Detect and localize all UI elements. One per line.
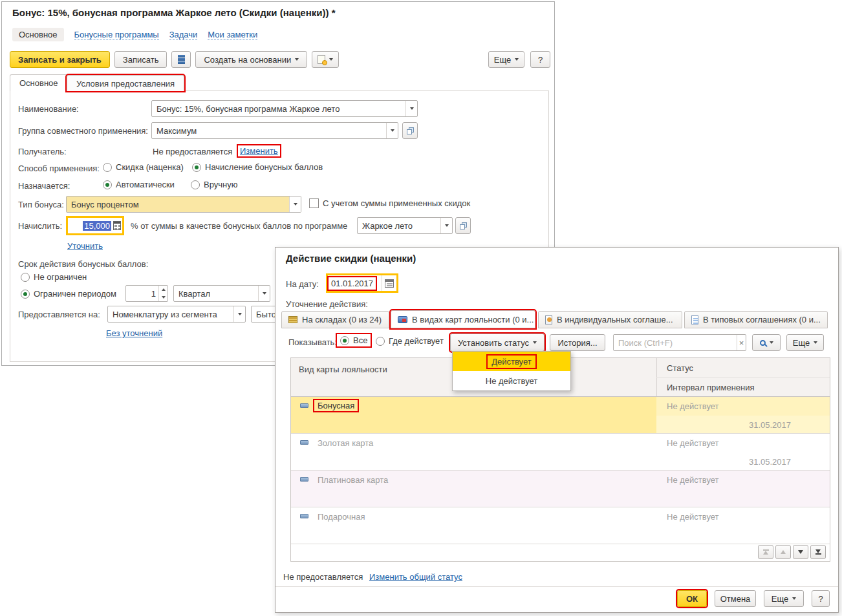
show-label: Показывать: <box>288 337 337 347</box>
window-title: Бонус: 15%, бонусная программа Жаркое ле… <box>12 7 336 18</box>
menu-item-active-label: Действует <box>488 356 535 368</box>
move-first-button[interactable] <box>758 545 773 559</box>
column-header-status[interactable]: Статус <box>667 363 693 373</box>
warehouse-icon <box>288 316 297 323</box>
assign-option-auto[interactable]: Автоматически <box>103 180 175 189</box>
print-schedule-button[interactable] <box>312 51 339 68</box>
search-input[interactable] <box>614 335 737 350</box>
row-name[interactable]: Подарочная <box>318 512 365 522</box>
program-dropdown-button[interactable] <box>440 218 452 233</box>
set-status-label: Установить статус <box>458 338 529 348</box>
period-stepper[interactable]: 1 <box>125 285 168 302</box>
assign-option-manual-label: Вручную <box>204 180 237 189</box>
group-dropdown-button[interactable] <box>386 123 398 138</box>
change-overall-status-link[interactable]: Изменить общий статус <box>369 572 462 582</box>
method-label: Способ применения: <box>18 164 100 173</box>
set-status-button[interactable]: Установить статус <box>450 334 545 352</box>
calculator-icon[interactable] <box>113 221 121 230</box>
period-unit-value: Квартал <box>174 286 258 301</box>
radio-icon <box>21 290 30 299</box>
program-open-button[interactable] <box>455 217 471 234</box>
tab-loyalty-cards-label: В видах карт лояльности (0 и... <box>412 315 534 324</box>
chevron-down-icon <box>814 341 817 344</box>
discount-sum-checkbox[interactable]: С учетом суммы примененных скидок <box>309 198 470 208</box>
bonus-type-input[interactable]: Бонус процентом <box>66 196 301 213</box>
no-clarifications-link[interactable]: Без уточнений <box>106 328 162 338</box>
tab-warehouses[interactable]: На складах (0 из 24) <box>281 311 389 328</box>
assign-option-manual[interactable]: Вручную <box>191 180 237 189</box>
search-settings-button[interactable] <box>752 334 781 351</box>
show-option-all[interactable]: Все <box>337 334 371 346</box>
dialog-more-button[interactable]: Еще <box>764 590 804 607</box>
move-up-button[interactable] <box>775 545 791 559</box>
save-close-button[interactable]: Записать и закрыть <box>10 51 110 68</box>
cancel-button[interactable]: Отмена <box>715 590 756 607</box>
stepper-up-button[interactable] <box>159 286 167 293</box>
menu-item-active[interactable]: Действует <box>453 352 570 371</box>
row-interval: 31.05.2017 <box>749 457 791 467</box>
provided-dropdown-button[interactable] <box>233 306 245 322</box>
move-last-button[interactable] <box>810 545 826 559</box>
table-row[interactable]: Бонусная Не действует 31.05.2017 <box>291 397 830 434</box>
subordination-structure-button[interactable] <box>171 51 191 68</box>
tab-main[interactable]: Основное <box>10 74 68 91</box>
recipient-change-link[interactable]: Изменить <box>238 145 280 156</box>
accrue-input[interactable]: 15,000 <box>66 216 124 235</box>
card-icon <box>300 440 308 445</box>
period-unit-input[interactable]: Квартал <box>173 285 270 302</box>
history-button[interactable]: История... <box>550 334 605 351</box>
card-icon <box>300 403 308 408</box>
discount-sum-checkbox-label: С учетом суммы примененных скидок <box>323 198 470 208</box>
save-button[interactable]: Записать <box>114 51 167 68</box>
period-unit-dropdown-button[interactable] <box>258 286 270 301</box>
nav-item-main[interactable]: Основное <box>12 28 64 41</box>
stepper-down-button[interactable] <box>159 293 167 301</box>
calendar-button[interactable] <box>382 279 396 288</box>
more-button[interactable]: Еще <box>488 51 524 68</box>
create-based-on-button[interactable]: Создать на основании <box>195 51 307 68</box>
search-box: × <box>613 334 746 351</box>
row-name[interactable]: Платиновая карта <box>318 475 388 485</box>
menu-item-inactive[interactable]: Не действует <box>453 371 570 390</box>
tab-loyalty-cards[interactable]: В видах карт лояльности (0 и... <box>391 310 535 328</box>
table-row[interactable]: Платиновая карта Не действует <box>291 471 830 507</box>
nav-item-bonus-programs[interactable]: Бонусные программы <box>74 30 159 40</box>
nav-item-my-notes[interactable]: Мои заметки <box>208 30 257 40</box>
clarify-link[interactable]: Уточнить <box>67 241 103 251</box>
date-input[interactable]: 01.01.2017 <box>326 273 398 293</box>
tab-standard-agreements[interactable]: В типовых соглашениях (0 и... <box>684 311 828 328</box>
table-row[interactable]: Подарочная Не действует <box>291 507 830 544</box>
method-option-bonus-points[interactable]: Начисление бонусных баллов <box>192 162 323 172</box>
help-button[interactable]: ? <box>530 51 550 68</box>
provided-input[interactable]: Номенклатуру из сегмента <box>107 306 246 323</box>
name-dropdown-button[interactable] <box>405 101 417 116</box>
clear-search-button[interactable]: × <box>737 335 746 350</box>
more-label: Еще <box>793 338 810 348</box>
validity-option-unlimited[interactable]: Не ограничен <box>21 272 87 282</box>
move-down-button[interactable] <box>793 545 808 559</box>
program-input[interactable]: Жаркое лето <box>357 217 453 234</box>
row-status: Не действует <box>667 401 719 411</box>
row-name[interactable]: Бонусная <box>314 400 358 411</box>
dialog-help-button[interactable]: ? <box>812 590 830 607</box>
card-icon <box>300 514 308 518</box>
table-row[interactable]: Золотая карта Не действует 31.05.2017 <box>291 434 830 471</box>
method-option-discount[interactable]: Скидка (наценка) <box>103 162 184 172</box>
set-status-menu: Действует Не действует <box>452 351 571 391</box>
show-option-active[interactable]: Где действует <box>376 336 444 346</box>
row-name[interactable]: Золотая карта <box>318 438 373 448</box>
dialog-more-toolbar-button[interactable]: Еще <box>786 334 824 351</box>
dialog-title: Действие скидки (наценки) <box>286 253 416 264</box>
column-header-kind[interactable]: Вид карты лояльности <box>299 365 387 374</box>
date-value: 01.01.2017 <box>329 277 376 290</box>
group-open-button[interactable] <box>402 122 418 139</box>
tab-individual-agreements[interactable]: В индивидуальных соглаше... <box>538 311 682 328</box>
bonus-type-dropdown-button[interactable] <box>289 196 301 212</box>
nav-item-tasks[interactable]: Задачи <box>169 30 198 40</box>
group-input[interactable]: Максимум <box>151 122 398 139</box>
tab-conditions[interactable]: Условия предоставления <box>67 75 184 91</box>
column-header-interval[interactable]: Интервал применения <box>667 383 755 392</box>
validity-option-limited[interactable]: Ограничен периодом <box>21 289 116 299</box>
ok-button[interactable]: ОК <box>677 590 707 607</box>
name-input[interactable]: Бонус: 15%, бонусная программа Жаркое ле… <box>151 100 418 117</box>
